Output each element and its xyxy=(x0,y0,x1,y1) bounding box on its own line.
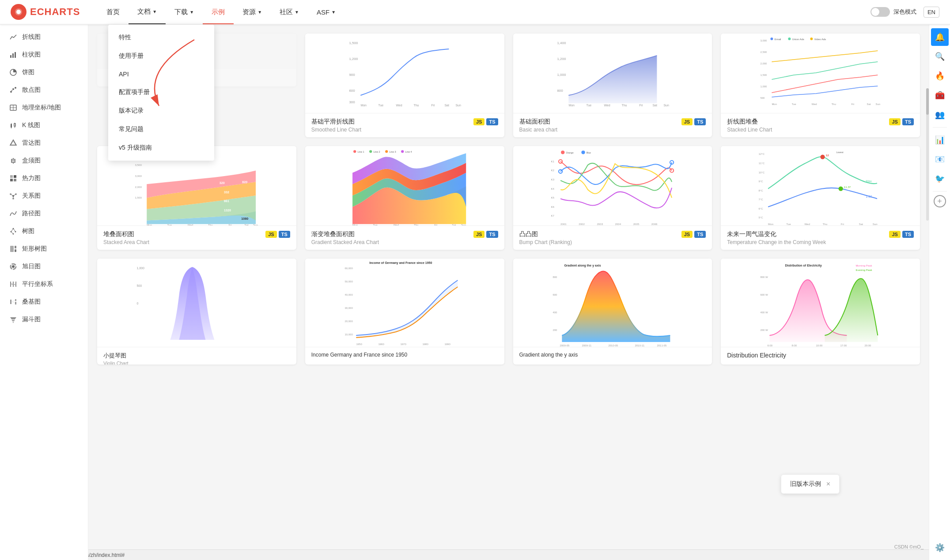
dropdown-config[interactable]: 配置项手册 xyxy=(108,83,214,101)
dropdown-faq[interactable]: 常见问题 xyxy=(108,120,214,139)
svg-text:2,000: 2,000 xyxy=(135,185,142,188)
chart-title-cn-smoothed: 基础平滑折线图 xyxy=(311,118,355,126)
sidebar-item-treemap[interactable]: 矩形树图 xyxy=(0,240,88,258)
svg-point-8 xyxy=(12,88,14,90)
toolbox-icon[interactable]: 🧰 xyxy=(931,86,949,104)
svg-text:500: 500 xyxy=(136,284,142,287)
svg-marker-55 xyxy=(10,317,16,319)
svg-text:400: 400 xyxy=(553,311,557,314)
sidebar-item-funnel[interactable]: 漏斗图 xyxy=(0,311,88,328)
sidebar-item-heatmap[interactable]: 热力图 xyxy=(0,169,88,187)
sidebar-item-pie[interactable]: 饼图 xyxy=(0,64,88,81)
svg-text:Sun: Sun xyxy=(873,222,878,226)
svg-point-153 xyxy=(670,169,673,172)
dropdown-features[interactable]: 特性 xyxy=(108,28,214,47)
svg-text:Wed: Wed xyxy=(393,223,399,226)
svg-point-137 xyxy=(581,150,585,154)
settings-icon[interactable]: ⚙️ xyxy=(931,539,949,556)
chart-card-partial-r3[interactable]: 1,000 500 0 小提琴图 Violin Chart xyxy=(97,259,296,365)
nav-community[interactable]: 社区▼ xyxy=(271,0,308,24)
chart-card-smoothed-line[interactable]: 1,500 1,200 900 600 300 Mon Tue Wed Thu … xyxy=(305,34,504,137)
sidebar-item-line[interactable]: 折线图 xyxy=(0,28,88,46)
sidebar-item-tree[interactable]: 树图 xyxy=(0,222,88,240)
chart-preview-gradient-stacked-area: Line 1 Line 2 Line 3 Line 4 Mon Tue Wed … xyxy=(305,146,504,226)
svg-text:Morning Peak: Morning Peak xyxy=(856,264,873,267)
chart-en-temp: Temperature Change in the Coming Week xyxy=(727,239,914,245)
fire-icon[interactable]: 🔥 xyxy=(931,67,949,85)
user-group-icon[interactable]: 👥 xyxy=(931,106,949,124)
chart-card-gradient-y[interactable]: Gradient along the y axis 800 600 400 20… xyxy=(513,259,712,365)
svg-line-34 xyxy=(11,194,13,196)
dropdown-changelog[interactable]: 版本记录 xyxy=(108,101,214,120)
sidebar-item-lines[interactable]: 路径图 xyxy=(0,205,88,222)
notification-icon[interactable]: 🔔 xyxy=(931,28,949,46)
svg-text:820: 820 xyxy=(242,180,247,184)
svg-text:2002: 2002 xyxy=(579,222,585,226)
dark-mode-toggle[interactable]: 深色模式 xyxy=(871,7,916,17)
sidebar-item-bar[interactable]: 柱状图 xyxy=(0,46,88,64)
chart-title-cn-gradient: 渐变堆叠面积图 xyxy=(311,230,355,238)
sidebar-item-scatter[interactable]: 散点图 xyxy=(0,81,88,99)
svg-line-42 xyxy=(13,229,15,232)
svg-text:600 W: 600 W xyxy=(761,293,768,296)
svg-rect-28 xyxy=(10,179,13,181)
svg-text:1,500: 1,500 xyxy=(761,74,768,76)
svg-text:Line 4: Line 4 xyxy=(405,150,412,153)
svg-marker-57 xyxy=(12,322,14,323)
language-button[interactable]: EN xyxy=(924,7,939,18)
sidebar-item-geo[interactable]: 地理坐标/地图 xyxy=(0,99,88,117)
svg-text:1990: 1990 xyxy=(444,343,450,346)
svg-text:Fri: Fri xyxy=(639,104,643,107)
chart-title-cn-bump: 凸凸图 xyxy=(519,230,538,238)
chart-preview-temperature: 12°C 11°C 10°C 9°C 8°C 7°C 6°C 5°C Lowes… xyxy=(721,146,920,226)
svg-rect-54 xyxy=(15,302,16,304)
sidebar-item-candlestick[interactable]: K 线图 xyxy=(0,117,88,134)
nav-home[interactable]: 首页 xyxy=(98,0,129,24)
sidebar-item-sankey[interactable]: 桑基图 xyxy=(0,293,88,311)
sidebar-item-boxplot[interactable]: 盒须图 xyxy=(0,152,88,169)
svg-text:Lowest: Lowest xyxy=(836,151,844,154)
nav-asf[interactable]: ASF▼ xyxy=(308,0,344,24)
dropdown-manual[interactable]: 使用手册 xyxy=(108,47,214,65)
svg-text:Thu: Thu xyxy=(208,223,213,226)
top-navigation: ECHARTS 首页 文档▼ 下载▼ 示例 资源▼ 社区▼ ASF▼ 深色模式 … xyxy=(0,0,950,25)
chart-footer-gradient-stacked-area: 渐变堆叠面积图 JS TS Gradient Stacked Area Char… xyxy=(305,226,504,250)
chart-card-temperature[interactable]: 12°C 11°C 10°C 9°C 8°C 7°C 6°C 5°C Lowes… xyxy=(721,146,920,250)
chart-footer-bump: 凸凸图 JS TS Bump Chart (Ranking) xyxy=(513,226,712,250)
sidebar-item-parallel[interactable]: 平行坐标系 xyxy=(0,275,88,293)
sidebar-item-graph[interactable]: 关系图 xyxy=(0,187,88,205)
add-icon[interactable]: + xyxy=(934,195,946,207)
sidebar-item-sunburst[interactable]: 旭日图 xyxy=(0,258,88,275)
toast-close-button[interactable]: × xyxy=(826,480,830,488)
chart-card-basic-area[interactable]: 1,400 1,200 1,000 800 Mon Tue Wed Thu Fr… xyxy=(513,34,712,137)
toggle-switch[interactable] xyxy=(871,7,890,17)
svg-text:Sat: Sat xyxy=(859,222,863,226)
chart-card-bump[interactable]: Orange Blue K1 K2 K3 K4 K5 K6 K7 2001 20… xyxy=(513,146,712,250)
chart-card-distribution-electricity[interactable]: Distribution of Electricity Morning Peak… xyxy=(721,259,920,365)
chart-card-income-germany[interactable]: 60,000 50,000 40,000 30,000 20,000 10,00… xyxy=(305,259,504,365)
dropdown-api[interactable]: API xyxy=(108,65,214,83)
svg-text:1,200: 1,200 xyxy=(349,57,358,61)
nav-docs[interactable]: 文档▼ xyxy=(129,0,166,24)
scatter-icon xyxy=(9,86,18,94)
nav-examples[interactable]: 示例 xyxy=(203,0,234,24)
right-sidebar: 🔔 🔍 🔥 🧰 👥 📊 📧 🐦 + ⚙️ xyxy=(929,25,950,560)
outlook-icon[interactable]: 📧 xyxy=(931,150,949,168)
chart-card-stacked-line[interactable]: 3,000 2,500 2,000 1,500 1,000 500 Email … xyxy=(721,34,920,137)
dropdown-upgrade[interactable]: v5 升级指南 xyxy=(108,139,214,157)
line-icon xyxy=(9,33,18,41)
nav-download[interactable]: 下载▼ xyxy=(166,0,203,24)
chart-row-0: 1,500 1,200 900 600 300 Mon Tue Wed Thu … xyxy=(97,34,920,137)
logo-area[interactable]: ECHARTS xyxy=(11,4,80,20)
chart-card-gradient-stacked-area[interactable]: Line 1 Line 2 Line 3 Line 4 Mon Tue Wed … xyxy=(305,146,504,250)
sidebar-item-radar[interactable]: 雷达图 xyxy=(0,134,88,152)
svg-rect-3 xyxy=(10,55,11,58)
chart-icon[interactable]: 📊 xyxy=(931,131,949,149)
chart-card-stacked-area[interactable]: 4,500 3,500 3,000 2,000 1,500 Search Eng… xyxy=(97,146,296,250)
bird-icon[interactable]: 🐦 xyxy=(931,170,949,188)
svg-text:Thu: Thu xyxy=(414,223,419,226)
nav-resources[interactable]: 资源▼ xyxy=(234,0,271,24)
svg-text:Blue: Blue xyxy=(586,151,590,154)
search-icon[interactable]: 🔍 xyxy=(931,48,949,65)
bar-icon xyxy=(9,50,18,59)
